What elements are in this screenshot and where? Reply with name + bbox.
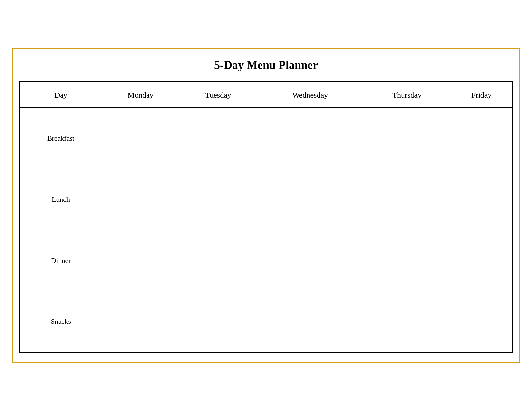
meal-cell-r3-c3[interactable] bbox=[363, 291, 451, 352]
meal-cell-r2-c4[interactable] bbox=[451, 230, 513, 291]
meal-cell-r1-c0[interactable] bbox=[102, 169, 179, 230]
header-cell-1: Monday bbox=[102, 82, 179, 108]
meal-cell-r1-c3[interactable] bbox=[363, 169, 451, 230]
table-row-1: Lunch bbox=[20, 169, 513, 230]
meal-label-3: Snacks bbox=[20, 291, 102, 352]
meal-cell-r3-c2[interactable] bbox=[257, 291, 363, 352]
table-row-2: Dinner bbox=[20, 230, 513, 291]
meal-label-2: Dinner bbox=[20, 230, 102, 291]
meal-cell-r2-c0[interactable] bbox=[102, 230, 179, 291]
meal-cell-r3-c0[interactable] bbox=[102, 291, 179, 352]
header-cell-3: Wednesday bbox=[257, 82, 363, 108]
meal-cell-r0-c2[interactable] bbox=[257, 108, 363, 169]
meal-cell-r2-c3[interactable] bbox=[363, 230, 451, 291]
table-row-0: Breakfast bbox=[20, 108, 513, 169]
meal-cell-r0-c0[interactable] bbox=[102, 108, 179, 169]
header-cell-4: Thursday bbox=[363, 82, 451, 108]
page-container: 5-Day Menu Planner DayMondayTuesdayWedne… bbox=[12, 48, 520, 363]
planner-table: DayMondayTuesdayWednesdayThursdayFriday … bbox=[19, 81, 513, 353]
meal-label-1: Lunch bbox=[20, 169, 102, 230]
meal-cell-r3-c1[interactable] bbox=[179, 291, 257, 352]
header-cell-0: Day bbox=[20, 82, 102, 108]
meal-cell-r2-c2[interactable] bbox=[257, 230, 363, 291]
meal-cell-r2-c1[interactable] bbox=[179, 230, 257, 291]
meal-cell-r0-c1[interactable] bbox=[179, 108, 257, 169]
page-title: 5-Day Menu Planner bbox=[214, 58, 318, 72]
meal-cell-r1-c2[interactable] bbox=[257, 169, 363, 230]
meal-label-0: Breakfast bbox=[20, 108, 102, 169]
meal-cell-r1-c4[interactable] bbox=[451, 169, 513, 230]
header-cell-5: Friday bbox=[451, 82, 513, 108]
meal-cell-r0-c3[interactable] bbox=[363, 108, 451, 169]
header-row: DayMondayTuesdayWednesdayThursdayFriday bbox=[20, 82, 513, 108]
header-cell-2: Tuesday bbox=[179, 82, 257, 108]
meal-cell-r1-c1[interactable] bbox=[179, 169, 257, 230]
meal-cell-r3-c4[interactable] bbox=[451, 291, 513, 352]
table-row-3: Snacks bbox=[20, 291, 513, 352]
meal-cell-r0-c4[interactable] bbox=[451, 108, 513, 169]
